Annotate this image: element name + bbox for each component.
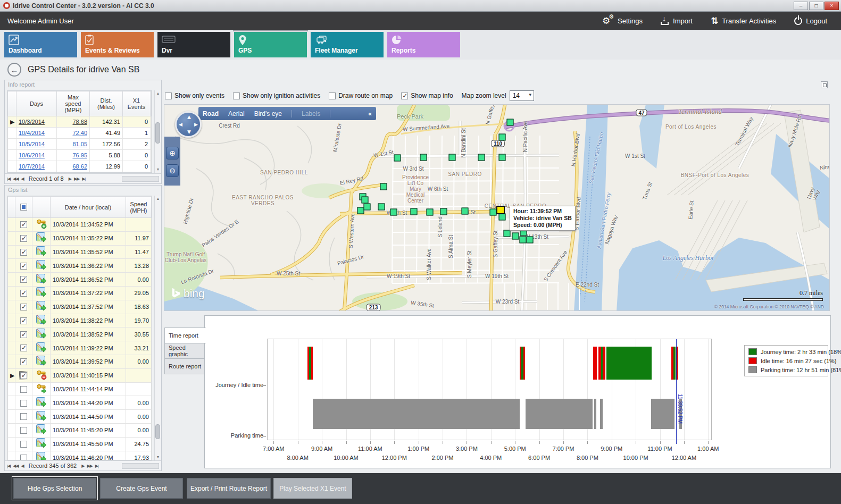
row-checkbox[interactable] — [20, 235, 27, 242]
chart-tab-route-report[interactable]: Route report — [164, 358, 205, 374]
gps-point-marker[interactable] — [394, 155, 401, 162]
gps-point-marker[interactable] — [478, 154, 485, 161]
transfer-activities-button[interactable]: ⇅Transfer Activities — [711, 16, 776, 25]
row-checkbox[interactable] — [20, 276, 27, 283]
export-print-route-report-button[interactable]: Export / Print Route Report — [187, 478, 271, 499]
chart-tab-time-report[interactable]: Time report — [164, 327, 206, 343]
gps-point-marker[interactable] — [499, 134, 506, 141]
zoom-in-icon[interactable]: ⊕ — [166, 147, 179, 159]
map-layer-road[interactable]: Road — [203, 110, 219, 117]
row-checkbox[interactable] — [20, 386, 27, 393]
option-checkbox[interactable] — [233, 93, 240, 99]
gps-list-row[interactable]: 10/3/2014 11:36:52 PM0.00 — [8, 273, 152, 287]
pager-prev-page-icon[interactable]: ◀◀ — [13, 464, 18, 468]
info-column-header[interactable]: Maxspeed(MPH) — [57, 91, 90, 116]
chart-tab-speed-graphic[interactable]: Speed graphic — [164, 343, 205, 359]
pager-hscrollbar[interactable] — [122, 176, 159, 182]
max-speed-link[interactable]: 81.05 — [72, 141, 87, 147]
info-column-header[interactable]: Dist.(Miles) — [90, 91, 123, 116]
option-checkbox[interactable] — [401, 93, 408, 99]
gps-column-date[interactable]: Date / hour (local) — [51, 197, 126, 218]
gps-point-marker[interactable] — [449, 154, 456, 161]
play-selected-x1-event-button[interactable]: Play Selected X1 Event — [273, 478, 352, 499]
gps-list-row[interactable]: 10/3/2014 11:44:50 PM0.00 — [8, 410, 152, 424]
day-link[interactable]: 10/6/2014 — [19, 152, 45, 158]
max-speed-link[interactable]: 68.62 — [72, 163, 87, 170]
gps-point-marker[interactable] — [362, 197, 369, 204]
max-speed-link[interactable]: 76.95 — [72, 152, 87, 158]
info-report-scrollbar[interactable]: ▲▼ — [154, 90, 161, 173]
create-gps-event-button[interactable]: Create Gps Event — [100, 478, 183, 499]
info-report-row[interactable]: 10/7/201468.6212.990 — [8, 161, 152, 172]
row-checkbox[interactable] — [20, 345, 27, 351]
gps-point-marker[interactable] — [520, 237, 527, 243]
gps-list-row[interactable]: 10/3/2014 11:37:22 PM29.05 — [8, 286, 152, 300]
map-panel-collapse-button[interactable] — [821, 81, 828, 88]
tab-events-reviews[interactable]: Events & Reviews — [81, 32, 154, 57]
gps-list-row[interactable]: 10/3/2014 11:44:20 PM0.00 — [8, 396, 152, 410]
row-checkbox[interactable] — [20, 221, 27, 228]
max-speed-link[interactable]: 72.40 — [72, 130, 87, 136]
gps-point-marker[interactable] — [427, 209, 434, 216]
gps-list-row[interactable]: 10/3/2014 11:35:52 PM11.47 — [8, 245, 152, 259]
settings-button[interactable]: ⚙⚙Settings — [602, 15, 643, 26]
hide-gps-selection-button[interactable]: Hide Gps Selection — [13, 478, 96, 499]
gps-point-marker[interactable] — [378, 204, 385, 211]
pager-prev-icon[interactable]: ◀ — [21, 177, 24, 181]
gps-point-marker[interactable] — [364, 204, 371, 211]
gps-list-row[interactable]: 10/3/2014 11:45:20 PM0.00 — [8, 423, 152, 437]
info-report-row[interactable]: 10/4/201472.4041.491 — [8, 128, 152, 139]
pager-last-icon[interactable]: ▶| — [95, 464, 98, 468]
info-report-row[interactable]: 10/5/201481.05172.562 — [8, 139, 152, 150]
pager-hscrollbar[interactable] — [122, 463, 159, 469]
info-column-header[interactable]: Days — [16, 91, 57, 116]
pager-next-icon[interactable]: ▶ — [81, 464, 84, 468]
option-show-map-info[interactable]: Show map info — [401, 92, 453, 99]
row-checkbox[interactable] — [20, 290, 27, 297]
gps-point-marker[interactable] — [380, 183, 387, 190]
day-link[interactable]: 10/7/2014 — [19, 163, 45, 170]
day-link[interactable]: 10/3/2014 — [19, 119, 45, 125]
option-checkbox[interactable] — [329, 93, 336, 99]
row-checkbox[interactable] — [20, 317, 27, 324]
gps-list-row[interactable]: 10/3/2014 11:36:22 PM13.28 — [8, 259, 152, 273]
row-checkbox[interactable] — [20, 441, 27, 448]
gps-list-row[interactable]: 10/3/2014 11:46:20 PM17.93 — [8, 451, 152, 460]
import-button[interactable]: ↓Import — [661, 16, 693, 25]
max-speed-link[interactable]: 78.68 — [72, 119, 87, 125]
row-checkbox[interactable] — [20, 400, 27, 407]
gps-list-row[interactable]: 10/3/2014 11:44:14 PM — [8, 382, 152, 396]
gps-point-marker[interactable] — [507, 119, 514, 126]
pager-prev-page-icon[interactable]: ◀◀ — [13, 177, 18, 181]
gps-list-row[interactable]: 10/3/2014 11:37:52 PM18.63 — [8, 300, 152, 314]
gps-column-speed[interactable]: Speed(MPH) — [126, 197, 152, 218]
option-show-only-events[interactable]: Show only events — [165, 92, 224, 99]
gps-list-scrollbar[interactable]: ▲▼ — [154, 196, 161, 460]
tab-dvr[interactable]: Dvr — [157, 32, 230, 57]
gps-list-row[interactable]: 10/3/2014 11:38:52 PM30.55 — [8, 327, 152, 341]
row-checkbox[interactable] — [20, 427, 27, 434]
day-link[interactable]: 10/5/2014 — [19, 141, 45, 147]
select-all-checkbox[interactable] — [20, 204, 27, 211]
gps-point-marker[interactable] — [499, 214, 506, 221]
gps-list-row[interactable]: 10/3/2014 11:45:50 PM24.75 — [8, 437, 152, 451]
bing-map[interactable]: Crest RdPeck ParkW Summerland AveN Bandi… — [164, 104, 830, 311]
logout-button[interactable]: Logout — [794, 17, 827, 25]
pager-next-page-icon[interactable]: ▶▶ — [87, 464, 92, 468]
pager-last-icon[interactable]: ▶| — [82, 177, 85, 181]
gps-list-row[interactable]: 10/3/2014 11:39:22 PM33.21 — [8, 341, 152, 355]
day-link[interactable]: 10/4/2014 — [19, 130, 45, 136]
option-draw-route-on-map[interactable]: Draw route on map — [329, 92, 393, 99]
map-layer-aerial[interactable]: Aerial — [228, 110, 245, 117]
gps-point-marker[interactable] — [499, 154, 506, 161]
tab-fleet-manager[interactable]: Fleet Manager — [311, 32, 384, 57]
close-icon[interactable]: × — [825, 2, 839, 10]
row-checkbox[interactable] — [20, 249, 27, 256]
maximize-icon[interactable]: □ — [809, 2, 823, 10]
pager-next-icon[interactable]: ▶ — [69, 177, 71, 181]
gps-point-marker[interactable] — [462, 208, 469, 215]
gps-point-marker[interactable] — [504, 230, 511, 237]
row-checkbox[interactable] — [20, 263, 27, 270]
gps-point-marker[interactable] — [440, 208, 447, 215]
gps-list-row[interactable]: 10/3/2014 11:35:22 PM11.97 — [8, 231, 152, 245]
